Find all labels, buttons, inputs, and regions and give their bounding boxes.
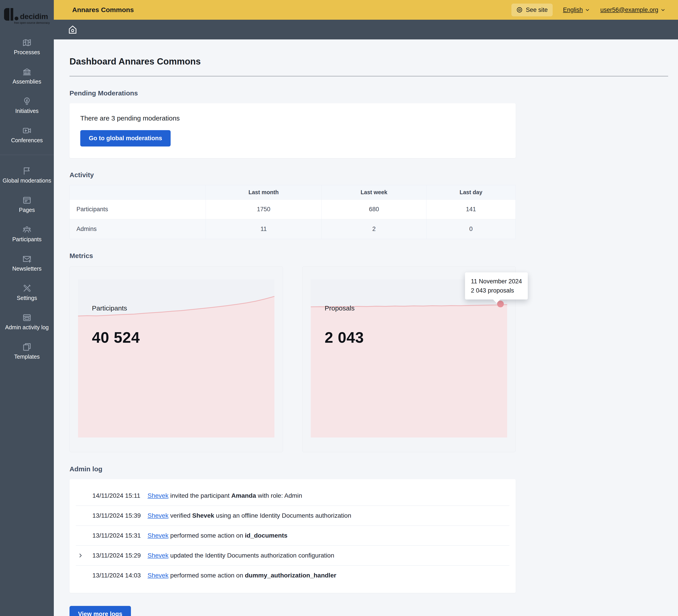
log-user-link[interactable]: Shevek (148, 532, 168, 539)
activity-row: Admins1120 (70, 219, 516, 239)
language-selector[interactable]: English (563, 6, 590, 13)
sidebar-item-pages[interactable]: Pages (0, 190, 54, 219)
copy-icon (22, 342, 32, 352)
logo-dot-icon (14, 16, 18, 20)
mail-add-icon (22, 254, 32, 264)
tooltip-value: 2 043 proposals (471, 286, 522, 295)
admin-log-card: 14/11/2024 15:11Shevek invited the parti… (70, 479, 516, 593)
log-user-link[interactable]: Shevek (148, 552, 168, 559)
log-description: Shevek invited the participant Amanda wi… (148, 492, 507, 499)
metric-card-proposals[interactable]: Proposals 2 043 11 November 2024 2 043 p… (302, 266, 516, 452)
home-gear-icon (67, 24, 78, 35)
lightbulb-icon (22, 96, 32, 106)
sidebar-item-newsletters[interactable]: Newsletters (0, 248, 54, 278)
map-icon (22, 38, 32, 47)
log-timestamp: 13/11/2024 14:03 (92, 572, 143, 579)
window-icon (22, 196, 32, 205)
tools-icon (22, 284, 32, 293)
breadcrumb-bar (54, 20, 678, 39)
log-description: Shevek verified Shevek using an offline … (148, 512, 507, 519)
user-menu[interactable]: user56@example.org (600, 6, 666, 13)
go-to-global-moderations-button[interactable]: Go to global moderations (80, 130, 171, 147)
sidebar-item-label: Global moderations (2, 178, 52, 184)
admin-log-heading: Admin log (70, 465, 668, 473)
chevron-down-icon (661, 7, 666, 12)
log-row: 13/11/2024 15:29Shevek updated the Ident… (70, 546, 516, 565)
activity-cell: 11 (205, 219, 322, 239)
expand-chevron-icon[interactable] (78, 552, 92, 559)
group-icon (22, 225, 32, 234)
log-user-link[interactable]: Shevek (148, 572, 168, 579)
chevron-down-icon (585, 7, 590, 12)
log-text: invited the participant (168, 492, 231, 499)
decidim-logo-mark: decidim (4, 7, 50, 20)
log-timestamp: 13/11/2024 15:29 (92, 552, 143, 559)
sidebar-item-label: Processes (13, 49, 41, 55)
log-timestamp: 14/11/2024 15:11 (92, 492, 143, 499)
sidebar-item-settings[interactable]: Settings (0, 278, 54, 307)
home-button[interactable] (67, 24, 78, 35)
logo-tagline: free open-source democracy (4, 21, 50, 25)
log-user-link[interactable]: Shevek (148, 492, 168, 499)
chart-total: 2 043 (325, 329, 364, 346)
data-point-marker (497, 301, 504, 307)
sidebar-item-processes[interactable]: Processes (0, 32, 54, 61)
flag-icon (22, 166, 32, 176)
title-divider (70, 76, 668, 76)
activity-row-label: Admins (70, 219, 206, 239)
log-row: 13/11/2024 14:03Shevek performed some ac… (70, 566, 516, 585)
sidebar-item-initiatives[interactable]: Initiatives (0, 91, 54, 120)
sidebar-item-label: Initiatives (14, 108, 39, 114)
language-label: English (563, 6, 583, 13)
chart-tooltip: 11 November 2024 2 043 proposals (465, 273, 528, 299)
sidebar-item-label: Participants (11, 236, 43, 243)
sidebar-item-conferences[interactable]: Conferences (0, 120, 54, 150)
metric-card-participants[interactable]: Participants 40 524 (70, 266, 283, 452)
activity-row: Participants1750680141 (70, 200, 516, 219)
sidebar-item-global-moderations[interactable]: Global moderations (0, 160, 54, 190)
sidebar-item-participants[interactable]: Participants (0, 219, 54, 248)
topbar-controls: See site English user56@example.org (512, 4, 678, 16)
activity-cell: 0 (426, 219, 516, 239)
admin-sidebar: decidim free open-source democracy Proce… (0, 0, 54, 616)
activity-cell: 141 (426, 200, 516, 219)
see-site-button[interactable]: See site (512, 4, 553, 16)
log-timestamp: 13/11/2024 15:31 (92, 532, 143, 539)
log-text: updated the Identity Documents authoriza… (168, 552, 334, 559)
chart-total: 40 524 (92, 329, 140, 346)
activity-window-icon (22, 313, 32, 322)
log-highlight: Shevek (192, 512, 214, 519)
see-site-label: See site (526, 6, 548, 13)
logo-bar-icon (4, 8, 9, 20)
sidebar-item-label: Templates (13, 354, 41, 360)
sidebar-item-templates[interactable]: Templates (0, 336, 54, 366)
activity-col-header (70, 185, 206, 200)
log-description: Shevek performed some action on id_docum… (148, 532, 507, 539)
pending-moderations-message: There are 3 pending moderations (80, 115, 505, 122)
sidebar-item-label: Admin activity log (4, 324, 50, 331)
live-eye-icon (516, 7, 523, 13)
log-highlight: id_documents (245, 532, 288, 539)
log-user-link[interactable]: Shevek (148, 512, 168, 519)
chart-label: Proposals (325, 304, 354, 312)
video-camera-icon (22, 126, 32, 135)
main-area: Dashboard Annares Commons Pending Modera… (54, 39, 678, 616)
metrics-heading: Metrics (70, 252, 668, 260)
sidebar-item-label: Conferences (10, 137, 44, 143)
metrics-row: Participants 40 524 Proposals 2 043 11 N… (70, 266, 668, 452)
decidim-logo[interactable]: decidim free open-source democracy (0, 0, 54, 29)
top-bar: Annares Commons See site English user56@… (54, 0, 678, 20)
sidebar-item-assemblies[interactable]: Assemblies (0, 61, 54, 91)
chart-area: Participants 40 524 (78, 279, 274, 438)
chart-label: Participants (92, 304, 127, 312)
view-more-logs-button[interactable]: View more logs (70, 606, 131, 616)
pending-moderations-card: There are 3 pending moderations Go to gl… (70, 103, 516, 158)
activity-heading: Activity (70, 171, 668, 179)
activity-col-header: Last day (426, 185, 516, 200)
sidebar-item-admin-activity-log[interactable]: Admin activity log (0, 307, 54, 336)
log-text: using an offline Identity Documents auth… (214, 512, 351, 519)
activity-cell: 1750 (205, 200, 322, 219)
bank-icon (22, 67, 32, 77)
user-email-label: user56@example.org (600, 6, 658, 13)
activity-cell: 680 (322, 200, 426, 219)
